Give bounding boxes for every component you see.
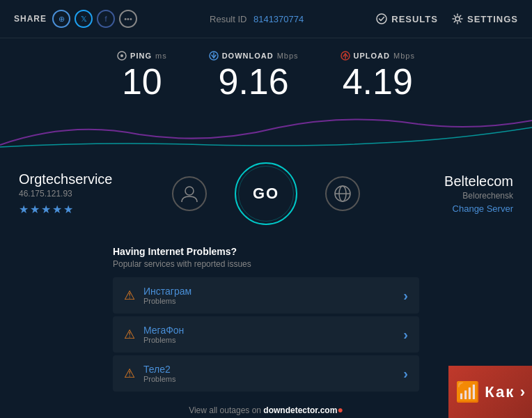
share-more-icon[interactable]: •••: [119, 10, 137, 28]
problem-name: Теле2: [143, 364, 175, 375]
svg-point-3: [120, 54, 123, 57]
share-icons: ⊕ 𝕏 f •••: [52, 10, 137, 28]
result-id-section: Result ID 8141370774: [210, 13, 304, 25]
wifi-signal-icon: 📶: [455, 380, 480, 403]
problem-info: МегаФон Problems: [143, 325, 184, 344]
share-section: SHARE ⊕ 𝕏 f •••: [14, 10, 137, 28]
chevron-right-icon: ›: [403, 288, 408, 304]
svg-point-0: [377, 14, 386, 24]
problem-left: ⚠ Теле2 Problems: [124, 364, 175, 383]
problem-item-instagram[interactable]: ⚠ Инстаграм Problems ›: [113, 277, 419, 314]
globe-circle: [325, 176, 360, 211]
problems-section: Having Internet Problems? Popular servic…: [92, 239, 440, 415]
overlay-text: Как: [485, 383, 515, 401]
ping-value: 10: [122, 63, 162, 100]
share-twitter-icon[interactable]: 𝕏: [75, 10, 93, 28]
chevron-right-icon: ›: [403, 366, 408, 382]
share-ookla-icon[interactable]: ⊕: [52, 10, 70, 28]
chevron-right-icon: ›: [403, 327, 408, 343]
warning-icon-tele2: ⚠: [124, 366, 135, 381]
warning-icon-instagram: ⚠: [124, 288, 135, 303]
isp-stars: ★★★★★: [19, 203, 144, 216]
results-button[interactable]: RESULTS: [376, 13, 438, 24]
gear-icon: [452, 13, 463, 24]
svg-point-1: [455, 17, 460, 21]
problem-item-megafon[interactable]: ⚠ МегаФон Problems ›: [113, 316, 419, 353]
upload-stat: UPLOAD Mbps 4.19: [341, 51, 415, 100]
share-facebook-icon[interactable]: f: [97, 10, 115, 28]
server-location: Belorechensk: [388, 191, 513, 201]
go-label: GO: [253, 185, 279, 203]
problem-item-tele2[interactable]: ⚠ Теле2 Problems ›: [113, 355, 419, 392]
server-name: Beltelecom: [388, 173, 513, 189]
middle-section: Orgtechservice 46.175.121.93 ★★★★★ GO Be…: [0, 155, 532, 239]
download-stat: DOWNLOAD Mbps 9.16: [209, 51, 299, 100]
result-id[interactable]: 8141370774: [253, 14, 304, 24]
problem-name: МегаФон: [143, 325, 184, 336]
ping-icon: [117, 51, 127, 61]
overlay-arrow-icon: ›: [520, 383, 525, 401]
site-name[interactable]: downdetector.com: [263, 405, 337, 415]
download-value: 9.16: [219, 63, 289, 100]
result-label: Result ID: [210, 14, 247, 24]
problem-left: ⚠ МегаФон Problems: [124, 325, 184, 344]
problem-status: Problems: [143, 297, 191, 305]
alert-dot: ●: [337, 404, 343, 415]
ping-stat: PING ms 10: [117, 51, 167, 100]
problem-name: Инстаграм: [143, 286, 191, 297]
problem-info: Инстаграм Problems: [143, 286, 191, 305]
problem-info: Теле2 Problems: [143, 364, 175, 383]
header: SHARE ⊕ 𝕏 f ••• Result ID 8141370774 RES…: [0, 0, 532, 38]
problems-subtitle: Popular services with reported issues: [113, 259, 419, 269]
svg-point-8: [185, 187, 194, 195]
speed-graph: [0, 107, 532, 148]
upload-icon: [341, 51, 350, 61]
change-server-link[interactable]: Change Server: [388, 203, 513, 214]
globe-icon: [333, 184, 352, 203]
header-right: RESULTS SETTINGS: [376, 13, 518, 24]
isp-info: Orgtechservice 46.175.121.93 ★★★★★: [19, 171, 144, 216]
problems-title: Having Internet Problems?: [113, 246, 419, 257]
problem-status: Problems: [143, 375, 175, 383]
warning-icon-megafon: ⚠: [124, 327, 135, 342]
stats-row: PING ms 10 DOWNLOAD Mbps 9.16 UPLOAD Mbp…: [0, 38, 532, 107]
share-label: SHARE: [14, 14, 47, 24]
footer-link: View all outages on downdetector.com●: [113, 394, 419, 415]
download-icon: [209, 51, 219, 61]
server-info: Beltelecom Belorechensk Change Server: [388, 173, 513, 214]
overlay-banner[interactable]: 📶 Как ›: [448, 366, 532, 418]
isp-ip: 46.175.121.93: [19, 189, 144, 199]
problem-left: ⚠ Инстаграм Problems: [124, 286, 191, 305]
problem-status: Problems: [143, 336, 184, 344]
upload-value: 4.19: [343, 63, 413, 100]
settings-button[interactable]: SETTINGS: [452, 13, 518, 24]
isp-name: Orgtechservice: [19, 171, 144, 187]
avatar: [172, 176, 207, 211]
go-button[interactable]: GO: [235, 162, 297, 225]
checkmark-circle-icon: [376, 13, 387, 24]
person-icon: [180, 184, 199, 203]
